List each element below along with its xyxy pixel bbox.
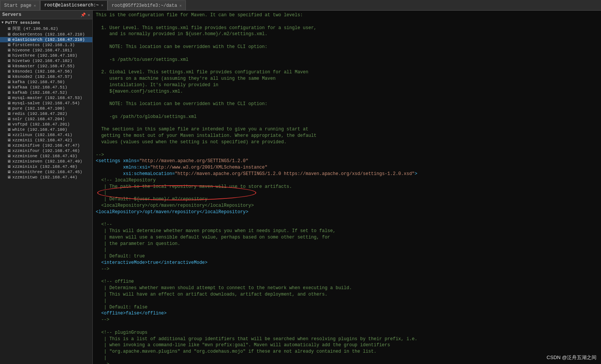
server-expand — [3, 32, 6, 37]
server-xzzminisix-label: xzzminisix (192.168.47.48) — [12, 164, 78, 169]
computer-icon-mysql-salve — [7, 101, 11, 105]
watermark: CSDN @泛舟五湖之间 — [547, 354, 596, 361]
computer-icon-first — [7, 43, 11, 47]
computer-icon-ali — [7, 26, 11, 31]
computer-icon-hiveone — [7, 48, 11, 53]
tab-data-close[interactable]: ✕ — [179, 3, 182, 8]
server-expand — [3, 80, 6, 84]
server-xzzminione-label: xzzminione (192.168.47.43) — [12, 154, 78, 158]
tab-start-label: Start page — [4, 3, 31, 8]
server-expand — [3, 127, 6, 132]
computer-icon-white — [7, 127, 11, 132]
server-hivetwo-label: hivetwo (192.168.47.102) — [12, 59, 72, 63]
server-kafka[interactable]: kafka (192.168.47.50) — [0, 79, 92, 85]
server-expand — [3, 26, 6, 31]
server-kafkaa[interactable]: kafkaa (192.168.47.51) — [0, 85, 92, 90]
computer-icon-kafkaa — [7, 85, 11, 90]
server-mysql-salve[interactable]: mysql-salve (192.168.47.54) — [0, 101, 92, 106]
computer-icon-mysql-master — [7, 96, 11, 100]
server-expand — [3, 90, 6, 95]
server-xzzminitwo[interactable]: xzzminitwo (192.168.47.44) — [0, 175, 92, 180]
server-white-label: white (192.168.47.100) — [12, 127, 67, 132]
server-white[interactable]: white (192.168.47.100) — [0, 127, 92, 132]
server-expand — [3, 154, 6, 158]
tab-elastic-close[interactable]: ✕ — [101, 3, 103, 8]
close-sidebar-icon[interactable]: ✕ — [87, 12, 90, 17]
server-xzzminii[interactable]: xzzminii (192.168.47.42) — [0, 138, 92, 143]
server-expand — [3, 143, 6, 148]
server-expand — [3, 96, 6, 100]
server-expand — [3, 101, 6, 105]
server-expand — [3, 122, 6, 127]
server-elastic[interactable]: elasticsarch (192.168.47.210) — [0, 37, 92, 42]
server-vsftpd[interactable]: vsftpd (192.168.47.201) — [0, 122, 92, 127]
server-k8snode1-label: k8snode1 (192.168.47.56) — [12, 69, 72, 74]
server-expand — [3, 133, 6, 137]
server-xzzminithree[interactable]: xzzminithree (192.168.47.45) — [0, 169, 92, 175]
sidebar-tree[interactable]: ▼ PuTTY sessions 阿里 (47.100.56.62) docke… — [0, 19, 92, 364]
server-hivethree[interactable]: hivethree (192.168.47.103) — [0, 53, 92, 58]
server-xzzminisix[interactable]: xzzminisix (192.168.47.48) — [0, 164, 92, 169]
server-expand — [3, 69, 6, 74]
server-k8snode2[interactable]: k8snode2 (192.168.47.57) — [0, 74, 92, 79]
server-mysql-master-label: mysql-master (192.168.47.53) — [12, 96, 83, 100]
tab-elastic[interactable]: root@elasticsearch:~ ✕ — [40, 0, 107, 10]
computer-icon-xzzminiseven — [7, 159, 11, 164]
server-xzzlinux[interactable]: xzzlinux (192.168.47.41) — [0, 132, 92, 138]
computer-icon-k8smaster — [7, 64, 11, 68]
server-solr[interactable]: solr (192.168.47.204) — [0, 116, 92, 122]
computer-icon-k8snode1 — [7, 69, 11, 74]
computer-icon-k8snode2 — [7, 74, 11, 79]
server-firstcentos-label: firstCentos (192.168.1.3) — [12, 43, 75, 47]
sidebar: Servers 📌 ✕ ▼ PuTTY sessions 阿里 (47.100.… — [0, 11, 93, 364]
server-expand — [3, 64, 6, 68]
server-expand — [3, 112, 6, 116]
server-ali-label: 阿里 (47.100.56.62) — [12, 26, 58, 31]
server-solr-label: solr (192.168.47.204) — [12, 117, 65, 121]
server-kafkab[interactable]: kafkab (192.168.47.52) — [0, 90, 92, 95]
tab-data-label: root@95ff23eb1fe3:~/data — [112, 3, 177, 8]
server-docker-label: dockerCentos (192.168.47.210) — [12, 32, 85, 37]
sidebar-header-icons: 📌 ✕ — [81, 12, 90, 17]
server-expand — [3, 170, 6, 174]
computer-icon-xzzminisix — [7, 164, 11, 169]
computer-icon-solr — [7, 117, 11, 121]
server-pure-label: pure (192.168.47.100) — [12, 106, 65, 111]
server-ali[interactable]: 阿里 (47.100.56.62) — [0, 25, 92, 32]
server-k8snode1[interactable]: k8snode1 (192.168.47.56) — [0, 69, 92, 74]
server-expand — [3, 59, 6, 63]
main-area: Servers 📌 ✕ ▼ PuTTY sessions 阿里 (47.100.… — [0, 11, 601, 364]
server-hivethree-label: hivethree (192.168.47.103) — [12, 53, 78, 58]
computer-icon-elastic — [7, 37, 11, 42]
server-hiveone[interactable]: hiveone (192.168.47.101) — [0, 48, 92, 53]
tab-start-close[interactable]: ✕ — [34, 3, 36, 8]
terminal-area[interactable]: This is the configuration file for Maven… — [93, 11, 601, 364]
computer-icon-hivetwo — [7, 59, 11, 63]
tab-start[interactable]: Start page ✕ — [0, 0, 40, 10]
tab-data[interactable]: root@95ff23eb1fe3:~/data ✕ — [107, 0, 186, 10]
pin-icon[interactable]: 📌 — [81, 12, 86, 17]
computer-icon-docker — [7, 32, 11, 37]
server-kafka-label: kafka (192.168.47.50) — [12, 80, 65, 84]
server-expand — [3, 164, 6, 169]
server-xzzminiseven[interactable]: xzzminiseven (192.168.47.49) — [0, 159, 92, 164]
putty-sessions-folder[interactable]: ▼ PuTTY sessions — [0, 20, 92, 25]
server-xzzminifive[interactable]: xzzminifive (192.168.47.47) — [0, 143, 92, 148]
server-expand — [3, 48, 6, 53]
computer-icon-xzzminifive — [7, 143, 11, 148]
server-docker[interactable]: dockerCentos (192.168.47.210) — [0, 32, 92, 37]
computer-icon-xzzminifour — [7, 149, 11, 153]
server-redis[interactable]: redis (192.168.47.202) — [0, 111, 92, 116]
server-hivetwo[interactable]: hivetwo (192.168.47.102) — [0, 58, 92, 64]
server-xzzminii-label: xzzminii (192.168.47.42) — [12, 138, 72, 143]
server-xzzminifour[interactable]: xzzminifour (192.168.47.46) — [0, 148, 92, 153]
server-firstcentos[interactable]: firstCentos (192.168.1.3) — [0, 42, 92, 48]
computer-icon-xzzminii — [7, 138, 11, 143]
server-expand — [3, 85, 6, 90]
server-mysql-master[interactable]: mysql-master (192.168.47.53) — [0, 95, 92, 101]
server-k8smaster[interactable]: k8smaster (192.168.47.55) — [0, 64, 92, 69]
server-xzzminione[interactable]: xzzminione (192.168.47.43) — [0, 153, 92, 159]
server-expand — [3, 159, 6, 164]
server-pure[interactable]: pure (192.168.47.100) — [0, 106, 92, 111]
server-hiveone-label: hiveone (192.168.47.101) — [12, 48, 72, 53]
